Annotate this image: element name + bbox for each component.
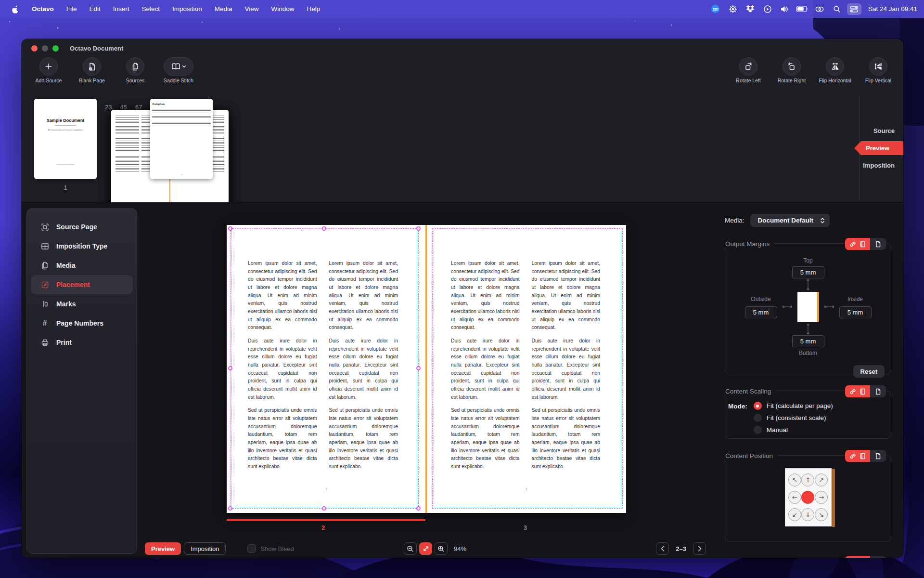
imposition-mode-button[interactable]: Imposition — [184, 542, 226, 555]
selection-left-page[interactable] — [230, 228, 419, 509]
sidebar-item-imposition-type[interactable]: Imposition Type — [27, 236, 137, 256]
volume-status-icon[interactable] — [778, 3, 792, 15]
scope-linked-book-button[interactable] — [845, 385, 870, 397]
selection-handle-sw[interactable] — [228, 506, 232, 511]
margin-top-label: Top — [803, 257, 812, 264]
add-source-button[interactable]: Add Source — [31, 57, 66, 87]
selection-handle-ne[interactable] — [416, 226, 421, 231]
scope-page-button[interactable] — [870, 556, 886, 558]
minimize-button[interactable] — [42, 45, 48, 52]
margin-outside-input[interactable]: 5 mm — [745, 306, 777, 318]
tab-source[interactable]: Source — [873, 124, 903, 137]
rotate-right-button[interactable]: Rotate Right — [774, 57, 809, 87]
zoom-fit-button[interactable] — [419, 542, 432, 555]
zoom-in-button[interactable] — [435, 542, 448, 555]
sidebar-item-source-page[interactable]: Source Page — [27, 217, 137, 236]
playback-status-icon[interactable] — [760, 3, 775, 15]
scope-linked-book-button[interactable] — [845, 238, 870, 250]
scaling-option-fit-per-page[interactable]: Fit (calculate per page) — [754, 402, 833, 410]
menu-window[interactable]: Window — [266, 0, 299, 18]
margin-inside-input[interactable]: 5 mm — [839, 306, 872, 318]
next-spread-button[interactable] — [693, 542, 706, 555]
book-icon — [860, 241, 866, 248]
content-position-section: Content Position — [725, 455, 891, 542]
thumbnail-page-1[interactable]: Sample Document A Demonstration of Octav… — [34, 99, 97, 179]
rotate-left-button[interactable]: Rotate Left — [731, 57, 766, 87]
scope-linked-book-button[interactable] — [845, 556, 870, 558]
flip-horizontal-button[interactable]: Flip Horizontal — [818, 57, 852, 87]
hash-icon: # — [40, 319, 49, 328]
dimension-arrow-horizontal — [823, 304, 835, 309]
position-bottom-right-button[interactable]: ↘ — [815, 508, 828, 521]
tab-preview[interactable]: Preview — [854, 141, 903, 155]
position-bottom-left-button[interactable]: ↙ — [788, 508, 801, 521]
helm-status-icon[interactable] — [726, 3, 740, 15]
margin-top-input[interactable]: 5 mm — [792, 266, 824, 278]
preview-canvas[interactable]: Lorem ipsum dolor sit amet, consectetur … — [137, 202, 715, 558]
continuity-status-icon[interactable] — [812, 3, 827, 15]
app-menu[interactable]: Octavo — [26, 0, 59, 18]
previous-spread-button[interactable] — [656, 542, 669, 555]
control-center-icon[interactable] — [847, 3, 861, 15]
menu-edit[interactable]: Edit — [84, 0, 106, 18]
blank-page-button[interactable]: Blank Page — [75, 57, 109, 87]
selection-handle-s[interactable] — [322, 506, 326, 511]
sidebar-item-media[interactable]: Media — [27, 256, 137, 275]
position-top-left-button[interactable]: ↖ — [788, 473, 801, 486]
zoom-button[interactable] — [52, 45, 59, 52]
sources-button[interactable]: Sources — [118, 57, 153, 87]
menu-insert[interactable]: Insert — [108, 0, 135, 18]
menu-help[interactable]: Help — [301, 0, 325, 18]
zoom-out-button[interactable] — [404, 542, 417, 555]
saddle-stitch-button[interactable]: Saddle Stitch — [161, 57, 196, 87]
new-page-icon — [88, 63, 96, 71]
close-button[interactable] — [31, 45, 38, 52]
position-top-right-button[interactable]: ↗ — [815, 473, 828, 486]
scaling-option-fit-consistent[interactable]: Fit (consistent scale) — [754, 414, 833, 422]
preview-mode-button[interactable]: Preview — [145, 542, 181, 555]
spotlight-icon[interactable] — [830, 3, 844, 15]
rotate-left-icon — [744, 62, 753, 71]
menu-media[interactable]: Media — [209, 0, 238, 18]
menu-view[interactable]: View — [239, 0, 264, 18]
position-center-button[interactable] — [801, 491, 814, 504]
scope-page-button[interactable] — [870, 450, 886, 462]
battery-status-icon[interactable] — [795, 3, 809, 15]
menu-imposition[interactable]: Imposition — [167, 0, 207, 18]
sidebar-item-print[interactable]: Print — [27, 333, 137, 352]
zoom-app-status-icon[interactable]: zm — [708, 3, 723, 15]
selection-handle-nw[interactable] — [228, 226, 232, 231]
selection-handle-w[interactable] — [228, 366, 232, 370]
menu-file[interactable]: File — [61, 0, 82, 18]
flip-vertical-button[interactable]: Flip Vertical — [861, 57, 896, 87]
scope-page-button[interactable] — [870, 385, 886, 397]
position-top-button[interactable]: ↑ — [801, 473, 814, 486]
scaling-option-manual[interactable]: Manual — [754, 426, 833, 434]
selection-handle-n[interactable] — [322, 226, 326, 231]
sidebar-item-page-numbers[interactable]: # Page Numbers — [27, 314, 137, 333]
menu-select[interactable]: Select — [137, 0, 166, 18]
radio[interactable] — [754, 414, 762, 422]
selection-handle-se[interactable] — [416, 506, 421, 511]
menu-clock[interactable]: Sat 24 Jan 09:41 — [868, 5, 917, 13]
thumbnail-page-8[interactable]: Colophon 8 — [150, 99, 213, 179]
sidebar-item-placement[interactable]: Placement — [31, 275, 133, 294]
position-left-button[interactable]: ← — [788, 491, 801, 504]
apple-menu[interactable] — [7, 0, 25, 18]
radio-selected[interactable] — [754, 402, 762, 410]
show-bleed-checkbox[interactable] — [247, 544, 256, 553]
selection-handle-e[interactable] — [416, 366, 421, 370]
selection-right-page[interactable] — [432, 228, 623, 509]
reset-margins-button[interactable]: Reset — [853, 365, 885, 378]
zoom-level: 94% — [454, 545, 466, 552]
media-dropdown[interactable]: Document Default — [750, 214, 830, 227]
position-right-button[interactable]: → — [815, 491, 828, 504]
dropbox-status-icon[interactable] — [743, 3, 757, 15]
sidebar-item-marks[interactable]: Marks — [27, 294, 137, 314]
scope-page-button[interactable] — [870, 238, 886, 250]
position-bottom-button[interactable]: ↓ — [801, 508, 814, 521]
margin-bottom-input[interactable]: 5 mm — [792, 335, 824, 347]
scope-linked-book-button[interactable] — [845, 450, 870, 462]
radio[interactable] — [754, 426, 762, 434]
tab-imposition[interactable]: Imposition — [863, 159, 903, 172]
